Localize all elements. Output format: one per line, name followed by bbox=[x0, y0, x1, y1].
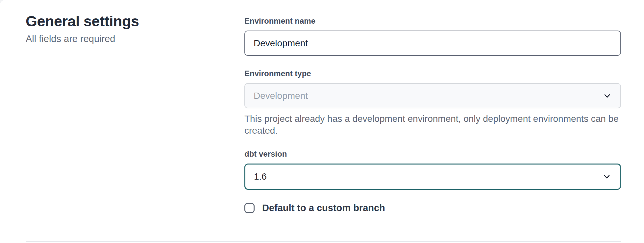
environment-name-group: Environment name bbox=[244, 16, 621, 56]
chevron-down-icon bbox=[602, 172, 611, 181]
environment-type-select: Development bbox=[244, 83, 621, 108]
custom-branch-row: Default to a custom branch bbox=[244, 202, 621, 213]
environment-type-group: Environment type Development This projec… bbox=[244, 69, 621, 137]
general-settings-form: Environment name Environment type Develo… bbox=[244, 16, 621, 213]
environment-name-input[interactable] bbox=[244, 31, 621, 56]
environment-type-label: Environment type bbox=[244, 69, 621, 78]
dbt-version-label: dbt version bbox=[244, 149, 621, 159]
dbt-version-value: 1.6 bbox=[254, 171, 267, 182]
section-divider bbox=[26, 241, 621, 242]
page-subtitle: All fields are required bbox=[26, 33, 223, 44]
dbt-version-group: dbt version 1.6 bbox=[244, 149, 621, 190]
settings-header-section: General settings All fields are required bbox=[26, 12, 223, 44]
page-title: General settings bbox=[26, 12, 223, 30]
environment-name-label: Environment name bbox=[244, 16, 621, 26]
custom-branch-label[interactable]: Default to a custom branch bbox=[262, 202, 385, 213]
environment-type-helper-text: This project already has a development e… bbox=[244, 113, 621, 137]
dbt-version-select[interactable]: 1.6 bbox=[244, 164, 621, 190]
custom-branch-checkbox[interactable] bbox=[244, 203, 255, 213]
chevron-down-icon bbox=[603, 91, 612, 100]
environment-type-value: Development bbox=[254, 91, 308, 101]
